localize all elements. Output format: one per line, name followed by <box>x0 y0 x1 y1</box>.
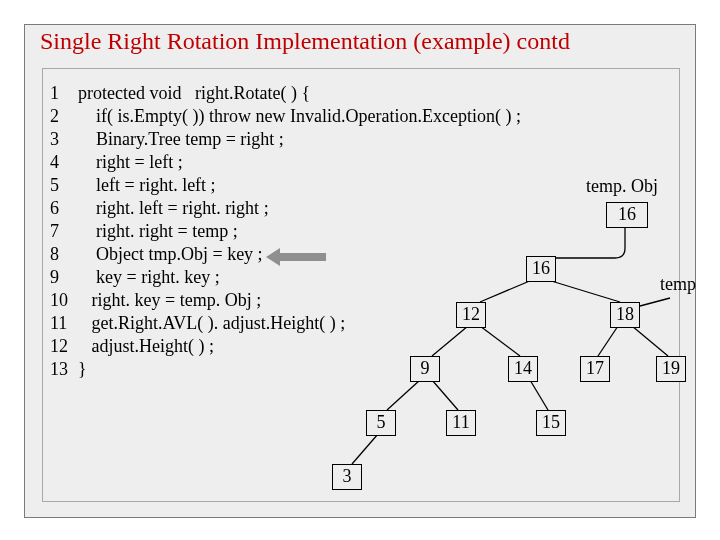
code-line: 13} <box>50 358 521 381</box>
code-line: 7 right. right = temp ; <box>50 220 521 243</box>
code-line: 3 Binary.Tree temp = right ; <box>50 128 521 151</box>
code-line: 10 right. key = temp. Obj ; <box>50 289 521 312</box>
code-line: 11 get.Right.AVL( ). adjust.Height( ) ; <box>50 312 521 335</box>
code-line: 12 adjust.Height( ) ; <box>50 335 521 358</box>
code-line: 4 right = left ; <box>50 151 521 174</box>
code-line: 9 key = right. key ; <box>50 266 521 289</box>
slide-title: Single Right Rotation Implementation (ex… <box>40 28 700 55</box>
code-line: 1protected void right.Rotate( ) { <box>50 82 521 105</box>
code-line: 6 right. left = right. right ; <box>50 197 521 220</box>
code-line: 2 if( is.Empty( )) throw new Invalid.Ope… <box>50 105 521 128</box>
code-block: 1protected void right.Rotate( ) {2 if( i… <box>50 82 521 381</box>
step-arrow <box>266 251 326 263</box>
code-line: 5 left = right. left ; <box>50 174 521 197</box>
